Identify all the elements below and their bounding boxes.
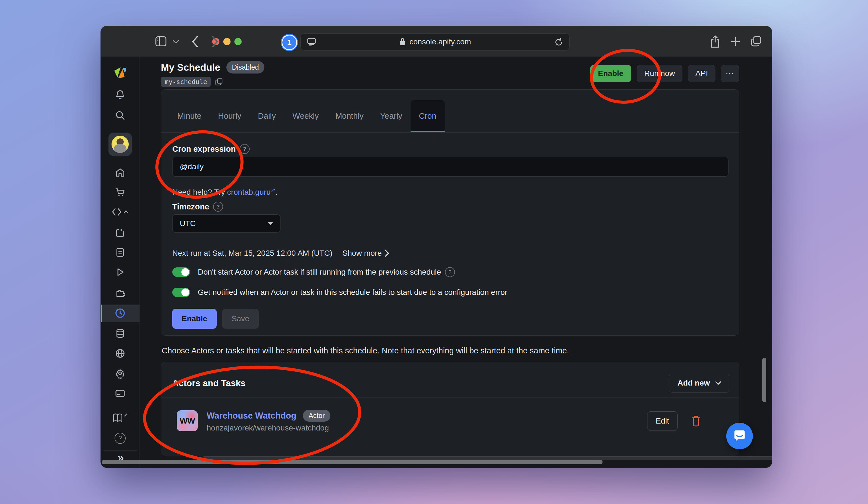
play-icon: [115, 267, 125, 277]
api-button[interactable]: API: [688, 65, 715, 82]
zoom-window-button[interactable]: [235, 38, 241, 45]
url-text: console.apify.com: [410, 38, 471, 46]
sidebar-item-settings[interactable]: [101, 368, 140, 379]
actors-card: Actors and Tasks Add new WW Warehouse Wa…: [161, 362, 739, 455]
globe-icon: [115, 348, 126, 359]
status-badge: Disabled: [226, 61, 265, 73]
timezone-value: UTC: [180, 219, 196, 228]
apify-logo[interactable]: [101, 66, 140, 80]
no-overlap-toggle[interactable]: [172, 267, 190, 277]
actor-actions: Edit: [647, 411, 702, 431]
credit-card-icon: [115, 388, 126, 399]
window-vertical-scrollbar[interactable]: [762, 358, 766, 402]
sidebar-item-proxy[interactable]: [101, 348, 140, 359]
chevron-right-icon: [384, 249, 390, 257]
notify-toggle[interactable]: [172, 288, 190, 297]
sidebar-item-runs[interactable]: [101, 267, 140, 277]
edit-button[interactable]: Edit: [647, 411, 678, 431]
chat-widget-button[interactable]: [726, 423, 753, 449]
help-icon: ?: [115, 433, 126, 444]
frequency-tabs: Minute Hourly Daily Weekly Monthly Yearl…: [161, 90, 739, 133]
run-now-button[interactable]: Run now: [637, 65, 682, 82]
more-options-button[interactable]: ⋯: [721, 65, 739, 82]
reload-icon[interactable]: [554, 38, 563, 47]
cron-expression-label: Cron expression: [172, 144, 236, 154]
chevron-down-icon: [268, 222, 273, 225]
sidebar-item-documentation[interactable]: [101, 412, 140, 424]
actor-type-badge: Actor: [303, 410, 330, 422]
tab-minute[interactable]: Minute: [169, 100, 210, 132]
sidebar-menu-chevron-icon[interactable]: [172, 39, 179, 44]
actors-intro-text: Choose Actors or tasks that will be star…: [162, 346, 569, 355]
external-link-icon: ↗: [271, 187, 276, 193]
back-button-icon[interactable]: [191, 35, 199, 48]
minimize-window-button[interactable]: [223, 38, 230, 45]
tab-yearly[interactable]: Yearly: [372, 100, 411, 132]
sidebar-item-account[interactable]: [108, 133, 132, 156]
crontab-guru-link[interactable]: crontab.guru: [227, 188, 271, 196]
browser-toolbar: 1 console.apify.com: [101, 26, 772, 57]
timezone-select[interactable]: UTC: [172, 214, 280, 233]
card-buttons-row: Enable Save: [172, 309, 259, 329]
cron-help-icon[interactable]: ?: [240, 144, 250, 154]
home-icon: [115, 167, 126, 178]
show-more-link[interactable]: Show more: [342, 249, 390, 258]
sidebar-item-development[interactable]: [101, 207, 140, 217]
tab-daily[interactable]: Daily: [250, 100, 284, 132]
tab-hourly[interactable]: Hourly: [210, 100, 250, 132]
sidebar-item-schedules[interactable]: [101, 307, 140, 319]
tab-cron[interactable]: Cron: [411, 100, 445, 132]
share-icon[interactable]: [710, 35, 721, 48]
content-horizontal-scrollbar[interactable]: [203, 456, 772, 460]
no-overlap-label: Don't start Actor or Actor task if still…: [198, 268, 441, 277]
tab-weekly[interactable]: Weekly: [284, 100, 327, 132]
tab-overview-icon[interactable]: [751, 35, 762, 47]
save-button[interactable]: Save: [222, 309, 259, 329]
sidebar-item-actors[interactable]: [101, 227, 140, 238]
sidebar-toggle-icon[interactable]: [155, 36, 167, 47]
password-manager-icon[interactable]: 1: [281, 35, 297, 50]
sidebar-item-notifications[interactable]: [101, 89, 140, 100]
window-horizontal-scrollbar[interactable]: [102, 460, 602, 464]
app-body: ? » My Schedule Disabled my-schedule: [101, 56, 772, 468]
tab-monthly[interactable]: Monthly: [327, 100, 372, 132]
add-new-label: Add new: [678, 379, 710, 388]
timezone-label-row: Timezone ?: [172, 202, 223, 212]
desktop: 1 console.apify.com: [0, 0, 868, 504]
show-more-label: Show more: [342, 249, 382, 258]
sidebar-item-billing[interactable]: [101, 388, 140, 399]
card-divider: [161, 398, 739, 398]
cart-icon: [115, 187, 126, 198]
browser-window: 1 console.apify.com: [101, 26, 772, 468]
enable-schedule-button[interactable]: Enable: [172, 309, 217, 329]
sidebar-item-search[interactable]: [101, 110, 140, 121]
actors-icon: [115, 227, 126, 238]
page-settings-icon[interactable]: [307, 38, 316, 46]
sidebar-item-documents[interactable]: [101, 247, 140, 258]
book-icon: [112, 412, 128, 424]
bell-icon: [115, 89, 126, 100]
lock-icon: [399, 38, 406, 46]
sidebar-item-help[interactable]: ?: [101, 433, 140, 444]
cron-expression-input[interactable]: [172, 157, 728, 177]
timezone-help-icon[interactable]: ?: [213, 202, 223, 212]
toggle-help-icon[interactable]: ?: [445, 267, 455, 277]
sidebar-item-store[interactable]: [101, 187, 140, 198]
password-manager-label: 1: [287, 38, 291, 47]
cron-expression-label-row: Cron expression ?: [172, 144, 250, 154]
sidebar-item-home[interactable]: [101, 167, 140, 178]
add-new-button[interactable]: Add new: [669, 374, 730, 392]
trash-icon[interactable]: [691, 415, 702, 427]
page-header: My Schedule Disabled my-schedule: [161, 61, 265, 87]
address-bar[interactable]: console.apify.com: [300, 33, 569, 51]
enable-button[interactable]: Enable: [590, 65, 631, 82]
forward-button-icon[interactable]: [211, 35, 219, 48]
actor-name-link[interactable]: Warehouse Watchdog: [207, 411, 296, 421]
new-tab-icon[interactable]: [730, 36, 741, 47]
puzzle-icon: [115, 287, 126, 298]
database-icon: [115, 328, 126, 339]
sidebar-item-integrations[interactable]: [101, 287, 140, 298]
avatar: [112, 136, 129, 153]
copy-icon[interactable]: [215, 78, 223, 86]
sidebar-item-storage[interactable]: [101, 328, 140, 339]
